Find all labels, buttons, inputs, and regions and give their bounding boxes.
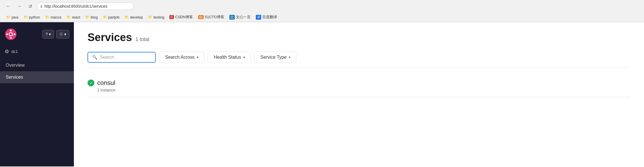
bookmark-label: java (12, 15, 18, 19)
bookmark-item-python[interactable]: 📁python (22, 15, 42, 20)
bookmark-label: python (29, 15, 40, 19)
service-name: consul (97, 79, 115, 87)
overview-label: Overview (6, 63, 25, 68)
bookmark-label: 51CTO博客 (205, 15, 224, 20)
bookmark-item-blog[interactable]: 📁blog (84, 15, 99, 20)
browser-chrome: ← → ↺ ℹ http://localhost:8500/ui/dc1/ser… (0, 0, 644, 22)
search-across-label: Search Across (165, 55, 194, 60)
service-type-chevron: ▾ (289, 55, 290, 59)
page-title: Services (88, 31, 132, 44)
bookmark-item-csdn[interactable]: CCSDN博客 (168, 14, 195, 20)
url-text: http://localhost:8500/ui/dc1/services (44, 4, 107, 9)
services-list: ✓ consul 1 instance (88, 75, 630, 97)
csdn-icon: C (169, 15, 174, 19)
folder-icon: 📁 (85, 15, 90, 19)
reload-button[interactable]: ↺ (26, 2, 34, 10)
folder-icon: 📁 (124, 15, 129, 19)
app-layout: ? ▾ ☉ ▾ ⚙ dc1 Overview Services Se (0, 22, 644, 166)
help-chevron: ▾ (49, 32, 51, 36)
folder-icon: 📁 (67, 15, 71, 19)
bookmark-label: testing (153, 15, 164, 19)
svg-point-4 (6, 33, 8, 35)
search-icon: 🔍 (92, 55, 97, 60)
bookmark-item-wenxin[interactable]: 文文心一言 (228, 14, 252, 20)
health-status-chevron: ▾ (243, 55, 245, 59)
datacenter-name: dc1 (11, 49, 18, 54)
address-bar: ← → ↺ ℹ http://localhost:8500/ui/dc1/ser… (0, 0, 644, 13)
user-button[interactable]: ☉ ▾ (56, 30, 69, 38)
health-passing-icon: ✓ (88, 80, 94, 86)
bookmark-item-baidu[interactable]: 译百度翻译 (254, 14, 279, 20)
health-status-dropdown[interactable]: Health Status ▾ (208, 52, 251, 63)
svg-point-2 (10, 30, 12, 31)
bookmark-item-partjob[interactable]: 📁partjob (101, 15, 121, 20)
search-across-chevron: ▾ (197, 55, 198, 59)
search-input-wrapper[interactable]: 🔍 (88, 52, 156, 63)
datacenter-label: ⚙ dc1 (0, 46, 74, 59)
page-count: 1 total (135, 36, 149, 42)
search-across-dropdown[interactable]: Search Across ▾ (159, 52, 204, 63)
service-type-dropdown[interactable]: Service Type ▾ (254, 52, 296, 63)
bookmarks-bar: 📁java📁python📁macos📁react📁blog📁partjob📁de… (0, 13, 644, 22)
search-input[interactable] (100, 55, 151, 60)
datacenter-icon: ⚙ (5, 48, 9, 55)
bookmark-item-develop[interactable]: 📁develop (123, 15, 145, 20)
sidebar: ? ▾ ☉ ▾ ⚙ dc1 Overview Services (0, 22, 74, 166)
sidebar-header: ? ▾ ☉ ▾ (0, 22, 74, 46)
bookmark-item-react[interactable]: 📁react (65, 15, 82, 20)
page-header: Services 1 total (88, 31, 630, 44)
folder-icon: 📁 (24, 15, 28, 19)
folder-icon: 📁 (45, 15, 49, 19)
consul-logo (5, 28, 17, 40)
user-chevron: ▾ (64, 32, 66, 36)
wenxin-icon: 文 (229, 15, 235, 20)
bookmark-label: CSDN博客 (175, 15, 193, 20)
folder-icon: 📁 (6, 15, 11, 19)
bookmark-label: 文心一言 (236, 15, 251, 20)
bookmark-label: 百度翻译 (262, 15, 277, 20)
bookmark-label: partjob (108, 15, 120, 19)
back-button[interactable]: ← (5, 2, 13, 10)
bookmark-label: blog (91, 15, 98, 19)
svg-point-3 (10, 37, 12, 39)
main-content: Services 1 total 🔍 Search Across ▾ Healt… (74, 22, 644, 166)
sidebar-actions: ? ▾ ☉ ▾ (42, 30, 69, 38)
bookmark-label: macos (51, 15, 61, 19)
sidebar-nav: Overview Services (0, 59, 74, 166)
folder-icon: 📁 (103, 15, 107, 19)
bookmark-item-51cto[interactable]: 5151CTO博客 (196, 14, 226, 20)
question-icon: ? (45, 32, 48, 36)
info-icon: ℹ (41, 4, 42, 9)
user-icon: ☉ (59, 32, 63, 36)
bookmark-label: react (72, 15, 80, 19)
help-button[interactable]: ? ▾ (42, 30, 54, 38)
url-bar[interactable]: ℹ http://localhost:8500/ui/dc1/services (37, 3, 134, 10)
nav-item-overview[interactable]: Overview (0, 59, 74, 71)
baidu-icon: 译 (256, 15, 261, 20)
services-label: Services (6, 75, 23, 80)
nav-item-services[interactable]: Services (0, 71, 74, 83)
health-status-label: Health Status (214, 55, 241, 60)
bookmark-item-testing[interactable]: 📁testing (146, 15, 166, 20)
svg-point-5 (14, 33, 15, 35)
service-type-label: Service Type (260, 55, 286, 60)
51cto-icon: 51 (198, 15, 204, 19)
service-item-consul[interactable]: ✓ consul 1 instance (88, 75, 630, 97)
folder-icon: 📁 (148, 15, 152, 19)
bookmark-item-macos[interactable]: 📁macos (43, 15, 63, 20)
filter-bar: 🔍 Search Across ▾ Health Status ▾ Servic… (88, 52, 630, 68)
bookmark-item-java[interactable]: 📁java (5, 15, 20, 20)
service-instances: 1 instance (97, 88, 630, 92)
bookmark-label: develop (130, 15, 143, 19)
forward-button[interactable]: → (15, 2, 23, 10)
service-name-row: ✓ consul (88, 79, 630, 87)
